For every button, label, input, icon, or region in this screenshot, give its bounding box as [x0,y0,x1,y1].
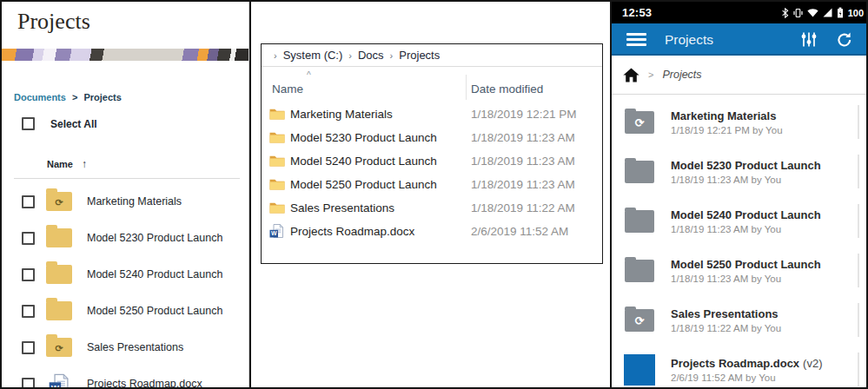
list-item[interactable]: Model 5240 Product Launch 1/18/19 11:23 … [612,196,868,246]
sync-icon [635,115,645,130]
word-document-icon: W [49,373,70,387]
cellular-signal-icon [823,8,832,17]
item-name-link[interactable]: Model 5250 Product Launch [87,305,222,317]
breadcrumb-chevron-icon: > [648,69,653,80]
item-title: Sales Presentations [671,307,782,320]
row-checkbox[interactable] [22,232,35,245]
battery-percent: 100 [848,8,864,18]
version-badge: (v2) [803,357,822,370]
list-item[interactable]: Model 5230 Product Launch [2,220,249,256]
folder-icon [269,154,285,167]
list-item[interactable]: Sales Presentations [2,329,249,366]
name-column-label: Name [47,159,73,169]
address-bar-breadcrumb: › System (C:) › Docs › Projects [262,44,602,67]
hamburger-menu-icon[interactable] [626,30,646,49]
name-column-header[interactable]: Name↑ [47,158,87,170]
folder-icon [269,201,285,214]
select-all-label: Select All [50,118,97,130]
folder-icon [625,260,654,282]
bluetooth-icon [782,8,789,18]
sort-filter-icon[interactable] [800,31,818,48]
app-bar-title: Projects [665,32,713,48]
table-row[interactable]: Model 5240 Product Launch 1/18/2019 11:2… [262,148,602,172]
table-row[interactable]: Sales Presentations 1/18/2019 11:22 AM [262,195,602,219]
list-item[interactable]: Model 5250 Product Launch 1/18/19 11:23 … [612,246,868,295]
file-name: Model 5250 Product Launch [290,177,437,190]
column-divider[interactable] [466,75,467,100]
item-name-link[interactable]: Marketing Materials [87,195,182,208]
item-subtitle: 1/18/19 12:21 PM by You [671,125,783,135]
breadcrumb-segment[interactable]: System (C:) [283,49,343,62]
wifi-icon [807,8,818,17]
table-row[interactable]: W Projects Roadmap.docx 2/6/2019 11:52 A… [262,219,602,242]
item-name-link[interactable]: Projects Roadmap.docx [87,378,202,387]
svg-text:W: W [271,230,277,236]
home-icon[interactable] [623,68,639,82]
list-item[interactable]: Model 5240 Product Launch [2,256,249,293]
date-modified: 1/18/2019 12:21 PM [471,107,577,120]
breadcrumb-chevron-icon: › [274,50,277,61]
mobile-breadcrumb: > Projects [612,56,868,95]
folder-icon [269,130,285,143]
item-subtitle: 1/18/19 11:23 AM by You [671,175,825,185]
item-title: Marketing Materials [671,109,783,122]
breadcrumb-current: Projects [662,69,701,81]
row-checkbox[interactable] [22,195,35,208]
sort-ascending-icon: ^ [307,70,311,80]
breadcrumb-link-documents[interactable]: Documents [14,92,66,102]
list-item[interactable]: Marketing Materials [2,183,249,220]
page-title: Projects [17,9,90,35]
column-header-date-modified[interactable]: Date modified [471,82,543,96]
item-subtitle: 1/18/19 11:23 AM by You [671,274,825,284]
folder-icon [46,192,72,211]
breadcrumb-segment[interactable]: Projects [399,49,440,62]
item-name-link[interactable]: Sales Presentations [87,341,183,353]
list-item[interactable]: Sales Presentations 1/18/19 11:22 AM by … [612,295,868,345]
select-all-checkbox[interactable] [22,117,35,130]
status-time: 12:53 [622,6,652,19]
item-title: Model 5250 Product Launch [671,258,825,271]
explorer-file-list: Marketing Materials 1/18/2019 12:21 PM M [262,102,602,242]
list-item[interactable]: Projects Roadmap.docx(v2) 2/6/19 11:52 A… [612,345,868,387]
sync-icon [55,194,63,209]
row-checkbox[interactable] [22,341,35,354]
file-explorer-panel: › System (C:) › Docs › Projects ^ Name D… [249,2,610,387]
list-item[interactable]: Model 5250 Product Launch [2,293,249,329]
svg-text:W: W [51,383,60,387]
file-name: Projects Roadmap.docx [290,224,414,237]
table-row[interactable]: Model 5250 Product Launch 1/18/2019 11:2… [262,172,602,195]
table-row[interactable]: Marketing Materials 1/18/2019 12:21 PM [262,102,602,125]
mobile-file-list: Marketing Materials 1/18/19 12:21 PM by … [612,95,868,387]
sharepoint-web-panel: Projects Documents > Projects Select All… [2,2,249,387]
item-subtitle: 1/18/19 11:22 AM by You [671,323,782,333]
breadcrumb-separator: > [72,92,77,102]
list-item[interactable]: Marketing Materials 1/18/19 12:21 PM by … [612,97,868,147]
folder-icon [625,111,654,134]
onedrive-mobile-panel: 12:53 1 [610,2,868,387]
file-name: Model 5230 Product Launch [290,130,437,143]
item-title: Model 5230 Product Launch [671,159,825,172]
battery-charging-icon [837,7,844,18]
file-name: Sales Presentations [290,201,394,214]
item-name-link[interactable]: Model 5240 Product Launch [87,268,222,280]
breadcrumb-chevron-icon: › [390,50,394,61]
date-modified: 1/18/2019 11:23 AM [471,177,575,190]
sort-ascending-icon: ↑ [82,158,87,170]
row-checkbox[interactable] [22,378,35,388]
row-checkbox[interactable] [22,268,35,281]
breadcrumb-current: Projects [83,92,121,102]
breadcrumb-segment[interactable]: Docs [358,49,384,62]
select-all-row: Select All [22,117,97,130]
refresh-icon[interactable] [836,31,853,49]
date-modified: 1/18/2019 11:23 AM [471,154,575,167]
sync-icon [55,340,63,355]
column-header-name[interactable]: Name [272,82,303,96]
table-row[interactable]: Model 5230 Product Launch 1/18/2019 11:2… [262,125,602,148]
row-checkbox[interactable] [22,305,35,318]
item-subtitle: 2/6/19 11:52 AM by You [671,373,823,383]
list-item[interactable]: Model 5230 Product Launch 1/18/19 11:23 … [612,147,868,196]
column-header-row: ^ Name Date modified [262,67,602,102]
list-item[interactable]: W Projects Roadmap.docx [2,366,249,387]
date-modified: 2/6/2019 11:52 AM [471,224,568,237]
item-name-link[interactable]: Model 5230 Product Launch [87,232,222,244]
